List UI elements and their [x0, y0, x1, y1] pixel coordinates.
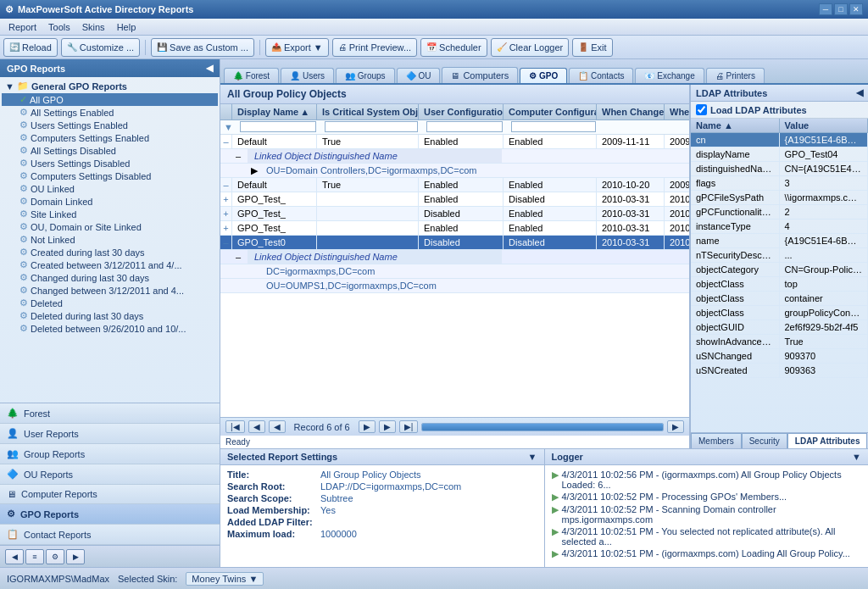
ldap-row-gpcfunctver[interactable]: gPCFunctionalityVer... 2: [691, 205, 868, 219]
tree-item-deleted-30[interactable]: ⚙ Deleted during last 30 days: [2, 309, 218, 322]
ldap-row-cn[interactable]: cn {A19C51E4-6BED-...: [691, 133, 868, 147]
ldap-row-objclass3[interactable]: objectClass groupPolicyContain...: [691, 306, 868, 320]
nav-first-button[interactable]: |◀: [225, 420, 245, 433]
ldap-row-showadv[interactable]: showInAdvancedVi... True: [691, 335, 868, 349]
scheduler-button[interactable]: 📅 Scheduler: [420, 38, 487, 57]
ldap-row-flags[interactable]: flags 3: [691, 176, 868, 191]
th-computer-config[interactable]: Computer Configuration: [504, 104, 597, 119]
menu-help[interactable]: Help: [112, 21, 142, 33]
tab-forest[interactable]: 🌲 Forest: [224, 68, 279, 83]
row-expander[interactable]: –: [220, 178, 232, 192]
tree-item-all-gpo[interactable]: ✓ All GPO: [2, 93, 218, 106]
tree-group-general[interactable]: ▼ 📁 General GPO Reports: [2, 79, 218, 93]
status-skin-dropdown[interactable]: Money Twins ▼: [186, 572, 264, 586]
nav-prev-btn2[interactable]: ◀: [269, 420, 286, 433]
filter-critical[interactable]: [321, 120, 423, 134]
reload-button[interactable]: 🔄 Reload: [3, 38, 58, 57]
sidebar-nav-ou-reports[interactable]: 🔷 OU Reports: [0, 464, 220, 485]
filter-display-name[interactable]: [236, 120, 321, 134]
tree-item-users-settings-disabled[interactable]: ⚙ Users Settings Disabled: [2, 157, 218, 169]
tree-item-ou-domain-site[interactable]: ⚙ OU, Domain or Site Linked: [2, 220, 218, 233]
clear-logger-button[interactable]: 🧹 Clear Logger: [491, 38, 570, 57]
tree-item-site-linked[interactable]: ⚙ Site Linked: [2, 208, 218, 220]
ldap-row-instancetype[interactable]: instanceType 4: [691, 219, 868, 234]
tree-item-ou-linked[interactable]: ⚙ OU Linked: [2, 182, 218, 195]
minimize-button[interactable]: ─: [819, 3, 832, 15]
tab-gpo[interactable]: ⚙ GPO: [520, 68, 567, 83]
tree-item-not-linked[interactable]: ⚙ Not Linked: [2, 233, 218, 246]
sidebar-options-button[interactable]: ⚙: [46, 549, 64, 564]
nav-scroll-right[interactable]: ▶: [667, 420, 684, 433]
table-row[interactable]: + GPO_Test_ Enabled Enabled 2010-03-31 2…: [220, 221, 689, 236]
tree-item-created-30[interactable]: ⚙ Created during last 30 days: [2, 246, 218, 258]
sidebar-nav-computer-reports[interactable]: 🖥 Computer Reports: [0, 485, 220, 504]
ldap-row-objguid[interactable]: objectGUID 2ef6f929-5b2f-4f5: [691, 320, 868, 335]
ldap-row-dn[interactable]: distinguishedName CN={A19C51E4-6b-...: [691, 162, 868, 176]
table-row[interactable]: – Default True Enabled Enabled 2010-10-2…: [220, 178, 689, 192]
sidebar-nav-gpo-reports[interactable]: ⚙ GPO Reports: [0, 504, 220, 525]
row-expander[interactable]: +: [220, 207, 232, 220]
ldap-tab-members[interactable]: Members: [691, 433, 742, 448]
ldap-th-name[interactable]: Name ▲: [691, 119, 780, 132]
sub-expander-2[interactable]: –: [236, 250, 248, 264]
sidebar-nav-group-reports[interactable]: 👥 Group Reports: [0, 444, 220, 464]
tree-item-deleted[interactable]: ⚙ Deleted: [2, 297, 218, 309]
sidebar-collapse-icon[interactable]: ◀: [206, 63, 213, 74]
tree-item-all-settings-disabled[interactable]: ⚙ All Settings Disabled: [2, 144, 218, 157]
sidebar-next-button[interactable]: ▶: [66, 549, 85, 564]
row-expander[interactable]: +: [220, 192, 232, 206]
th-user-config[interactable]: User Configuration: [419, 104, 504, 119]
table-row-selected[interactable]: – GPO_Test0 Disabled Disabled 2010-03-31…: [220, 236, 689, 250]
ldap-row-name[interactable]: name {A19C51E4-6BED-...: [691, 234, 868, 248]
ldap-row-objclass1[interactable]: objectClass top: [691, 277, 868, 292]
table-row[interactable]: + GPO_Test_ Enabled Disabled 2010-03-31 …: [220, 192, 689, 207]
tab-contacts[interactable]: 📋 Contacts: [569, 68, 633, 83]
sidebar-nav-contact-reports[interactable]: 📋 Contact Reports: [0, 525, 220, 545]
tree-item-computers-settings-enabled[interactable]: ⚙ Computers Settings Enabled: [2, 131, 218, 144]
menu-skins[interactable]: Skins: [77, 21, 110, 33]
nav-last-button[interactable]: ▶|: [399, 420, 419, 433]
tree-item-users-settings-enabled[interactable]: ⚙ Users Settings Enabled: [2, 119, 218, 131]
tab-exchange[interactable]: 📧 Exchange: [635, 68, 704, 83]
row-expander[interactable]: –: [220, 135, 232, 148]
exit-button[interactable]: 🚪 Exit: [572, 38, 612, 57]
tree-item-deleted-between[interactable]: ⚙ Deleted between 9/26/2010 and 10/...: [2, 322, 218, 335]
customize-button[interactable]: 🔧 Customize ...: [61, 38, 140, 57]
tree-item-changed-between[interactable]: ⚙ Changed between 3/12/2011 and 4...: [2, 284, 218, 297]
load-ldap-checkbox[interactable]: [696, 104, 707, 115]
ldap-tab-security[interactable]: Security: [742, 433, 787, 448]
th-critical[interactable]: Is Critical System Object: [317, 104, 419, 119]
table-row[interactable]: – Default True Enabled Enabled 2009-11-1…: [220, 135, 689, 149]
ldap-row-ntsecDesc[interactable]: nTSecurityDescriptor ...: [691, 248, 868, 263]
ldap-row-objcat[interactable]: objectCategory CN=Group-Policy-C...: [691, 263, 868, 277]
print-preview-button[interactable]: 🖨 Print Preview...: [332, 38, 417, 57]
save-as-custom-button[interactable]: 💾 Save as Custom ...: [151, 38, 254, 57]
sub-expander[interactable]: –: [236, 149, 248, 163]
tree-item-created-between[interactable]: ⚙ Created between 3/12/2011 and 4/...: [2, 258, 218, 271]
tab-computers[interactable]: 🖥 Computers: [442, 67, 518, 83]
menu-report[interactable]: Report: [3, 21, 42, 33]
nav-next-btn1[interactable]: ▶: [359, 420, 376, 433]
ldap-th-value[interactable]: Value: [780, 119, 869, 132]
ldap-tab-attributes[interactable]: LDAP Attributes: [787, 433, 868, 448]
tab-ou[interactable]: 🔷 OU: [397, 68, 441, 83]
ldap-checkbox-row[interactable]: Load LDAP Attributes: [691, 102, 868, 119]
tree-item-computers-settings-disabled[interactable]: ⚙ Computers Settings Disabled: [2, 169, 218, 182]
ldap-row-displayname[interactable]: displayName GPO_Test04: [691, 147, 868, 162]
maximize-button[interactable]: □: [834, 3, 848, 15]
table-row[interactable]: + GPO_Test_ Disabled Enabled 2010-03-31 …: [220, 207, 689, 221]
tab-printers[interactable]: 🖨 Printers: [706, 68, 765, 83]
tree-item-all-settings-enabled[interactable]: ⚙ All Settings Enabled: [2, 106, 218, 119]
tab-users[interactable]: 👤 Users: [281, 68, 334, 83]
sidebar-nav-user-reports[interactable]: 👤 User Reports: [0, 424, 220, 444]
ldap-row-objclass2[interactable]: objectClass container: [691, 292, 868, 306]
ldap-row-usncreated[interactable]: uSNCreated 909363: [691, 364, 868, 378]
sidebar-list-button[interactable]: ≡: [25, 549, 44, 564]
close-button[interactable]: ✕: [849, 3, 863, 15]
export-button[interactable]: 📤 Export ▼: [265, 38, 329, 57]
tree-item-changed-30[interactable]: ⚙ Changed during last 30 days: [2, 271, 218, 284]
row-expander[interactable]: –: [220, 236, 232, 249]
tab-groups[interactable]: 👥 Groups: [336, 68, 395, 83]
th-when-c[interactable]: When C: [665, 104, 690, 119]
ldap-row-gpcfilesyspath[interactable]: gPCFileSysPath \\igormaxmps.com\...: [691, 191, 868, 205]
